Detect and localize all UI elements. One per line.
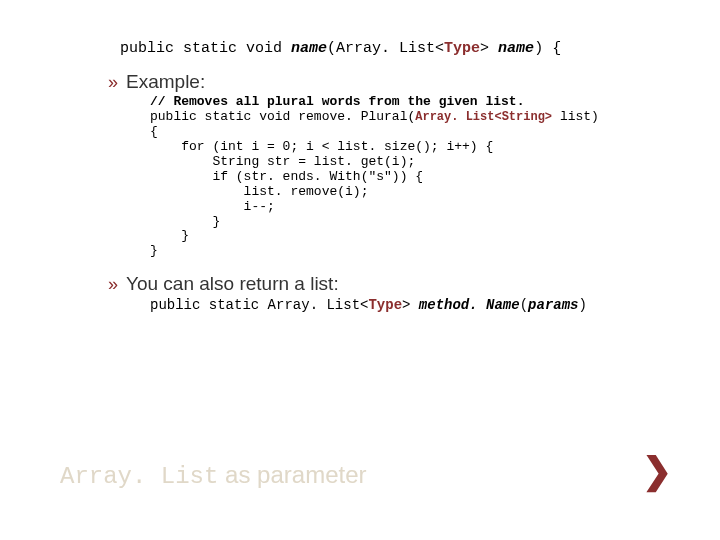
bullet-example-text: Example: <box>126 71 205 93</box>
code-l6: list. remove(i); <box>150 184 368 199</box>
bullet-icon: » <box>108 274 118 295</box>
bullet-icon: » <box>108 72 118 93</box>
code-l4: String str = list. get(i); <box>150 154 415 169</box>
sig-close: > <box>480 40 498 57</box>
code-comment: // Removes all plural words from the giv… <box>150 94 524 109</box>
title-rest: as parameter <box>218 461 366 488</box>
ret-open: ( <box>520 297 528 313</box>
sig-open: (Array. List< <box>327 40 444 57</box>
bullet-example: » Example: <box>108 71 670 93</box>
code-l1b: Array. List<String> <box>415 110 552 124</box>
bullet-return: » You can also return a list: <box>108 273 670 295</box>
ret-params: params <box>528 297 578 313</box>
sig-param: name <box>498 40 534 57</box>
sig-tail: ) { <box>534 40 561 57</box>
method-signature: public static void name(Array. List<Type… <box>120 40 670 57</box>
code-l10: } <box>150 243 158 258</box>
code-l1c: list) <box>552 109 599 124</box>
sig-prefix: public static void <box>120 40 291 57</box>
code-l1a: public static void remove. Plural( <box>150 109 415 124</box>
ret-mid: > <box>402 297 419 313</box>
code-l5: if (str. ends. With("s")) { <box>150 169 423 184</box>
code-l8: } <box>150 214 220 229</box>
ret-close: ) <box>579 297 587 313</box>
slide: public static void name(Array. List<Type… <box>0 0 720 540</box>
return-signature: public static Array. List<Type> method. … <box>150 297 670 313</box>
chevron-icon: ❯ <box>642 450 672 492</box>
title-mono: Array. List <box>60 463 218 490</box>
code-block: // Removes all plural words from the giv… <box>150 95 670 259</box>
sig-method: name <box>291 40 327 57</box>
ret-prefix: public static Array. List< <box>150 297 368 313</box>
ret-type: Type <box>368 297 402 313</box>
code-l2: { <box>150 124 158 139</box>
slide-title: Array. List as parameter <box>60 461 367 490</box>
sig-type: Type <box>444 40 480 57</box>
ret-method: method. Name <box>419 297 520 313</box>
code-l9: } <box>150 228 189 243</box>
bullet-return-text: You can also return a list: <box>126 273 339 295</box>
code-l7: i--; <box>150 199 275 214</box>
code-l3: for (int i = 0; i < list. size(); i++) { <box>150 139 493 154</box>
